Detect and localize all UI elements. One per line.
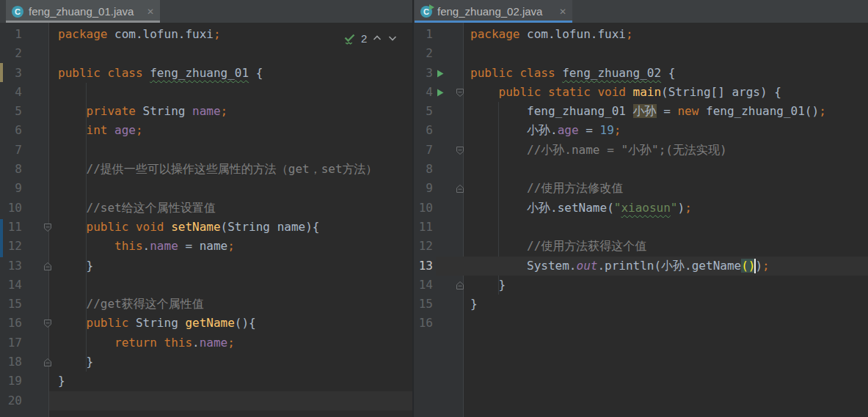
tab-feng-zhuang-02[interactable]: C feng_zhuang_02.java ✕ [415,0,572,23]
line-number[interactable]: 15 [417,295,433,314]
code-line[interactable]: 10 小孙.setName("xiaosun"); [414,199,868,218]
fold-expand-icon[interactable] [456,281,464,290]
code-line[interactable]: 7 //小孙.name = "小孙";(无法实现) [414,141,868,160]
run-gutter-button[interactable] [437,89,444,97]
line-number[interactable]: 13 [417,257,433,276]
code-line[interactable]: 11 public void setName(String name){ [0,218,412,237]
split-divider[interactable] [412,0,414,417]
fold-expand-icon[interactable] [456,184,464,193]
line-number[interactable]: 19 [3,372,22,391]
code-line[interactable]: 2 [0,44,412,63]
line-number[interactable]: 7 [3,141,22,160]
line-number[interactable]: 4 [417,83,433,102]
line-number[interactable]: 18 [3,353,22,372]
code-line[interactable]: 9 //使用方法修改值 [414,179,868,198]
line-number[interactable]: 5 [417,102,433,121]
fold-gutter-button[interactable] [43,223,52,232]
code-line[interactable]: 6 小孙.age = 19; [414,121,868,140]
run-icon[interactable] [437,89,444,97]
code-line[interactable]: 13 } [0,257,412,276]
fold-expand-icon[interactable] [43,262,52,271]
line-number[interactable]: 5 [3,102,22,121]
fold-collapse-icon[interactable] [456,146,464,155]
line-number[interactable]: 12 [3,237,22,256]
code-line[interactable]: 5 feng_zhuang_01 小孙 = new feng_zhuang_01… [414,102,868,121]
code-line[interactable]: 6 int age; [0,121,412,140]
run-gutter-button[interactable] [437,70,444,78]
run-icon[interactable] [437,70,444,78]
chevron-up-icon[interactable] [372,33,382,43]
fold-collapse-icon[interactable] [456,88,464,97]
code-line[interactable]: 12 this.name = name; [0,237,412,256]
editor-pane-right[interactable]: 1package com.lofun.fuxi;23public class f… [414,23,868,417]
close-icon[interactable]: ✕ [559,7,566,16]
code-line[interactable]: 3public class feng_zhuang_01 { [0,64,412,83]
line-number[interactable]: 11 [3,218,22,237]
code-line[interactable]: 19} [0,372,412,391]
code-line[interactable]: 2 [414,44,868,63]
fold-gutter-button[interactable] [456,146,464,155]
code-line[interactable]: 4 public static void main(String[] args)… [414,83,868,102]
line-number[interactable]: 9 [3,179,22,198]
line-number[interactable]: 1 [3,25,22,44]
code-line[interactable]: 7 [0,141,412,160]
code-line[interactable]: 12 //使用方法获得这个值 [414,237,868,256]
line-number[interactable]: 20 [3,391,22,410]
line-number[interactable]: 6 [3,121,22,140]
line-number[interactable]: 11 [417,218,433,237]
fold-collapse-icon[interactable] [43,223,52,232]
fold-expand-icon[interactable] [43,358,52,367]
line-number[interactable]: 1 [417,25,433,44]
code-line[interactable]: 11 [414,218,868,237]
fold-gutter-button[interactable] [43,262,52,271]
editor-pane-left[interactable]: 1package com.lofun.fuxi;23public class f… [0,23,412,417]
inspection-widget[interactable]: 2 [343,31,398,45]
fold-gutter-button[interactable] [43,319,52,328]
line-number[interactable]: 3 [417,64,433,83]
line-number[interactable]: 10 [417,199,433,218]
code-line[interactable]: 3public class feng_zhuang_02 { [414,64,868,83]
code-line[interactable]: 5 private String name; [0,102,412,121]
line-number[interactable]: 16 [3,314,22,333]
code-line[interactable]: 1package com.lofun.fuxi; [414,25,868,44]
line-number[interactable]: 12 [417,237,433,256]
code-line[interactable]: 15 //get获得这个属性值 [0,295,412,314]
line-number[interactable]: 6 [417,121,433,140]
code-line[interactable]: 16 [414,314,868,333]
line-number[interactable]: 3 [3,64,22,83]
code-line[interactable]: 20 [0,391,412,410]
fold-gutter-button[interactable] [456,281,464,290]
line-number[interactable]: 15 [3,295,22,314]
code-line[interactable]: 14 } [414,276,868,295]
line-number[interactable]: 17 [3,333,22,353]
code-line[interactable]: 16 public String getName(){ [0,314,412,333]
code-line[interactable]: 18 } [0,353,412,372]
line-number[interactable]: 4 [3,83,22,102]
line-number[interactable]: 7 [417,141,433,160]
close-icon[interactable]: ✕ [147,7,154,16]
line-number[interactable]: 14 [3,276,22,295]
code-line[interactable]: 15} [414,295,868,314]
code-line[interactable]: 14 [0,276,412,295]
code-line[interactable]: 8 [414,160,868,179]
tab-feng-zhuang-01[interactable]: C feng_zhuang_01.java ✕ [6,0,160,23]
code-line[interactable]: 13 System.out.println(小孙.getName()); [414,257,868,276]
line-number[interactable]: 10 [3,199,22,218]
fold-gutter-button[interactable] [43,358,52,367]
line-number[interactable]: 2 [3,44,22,63]
fold-gutter-button[interactable] [456,184,464,193]
code-line[interactable]: 17 return this.name; [0,333,412,353]
line-number[interactable]: 2 [417,44,433,63]
fold-gutter-button[interactable] [456,88,464,97]
code-line[interactable]: 9 [0,179,412,198]
line-number[interactable]: 14 [417,276,433,295]
fold-collapse-icon[interactable] [43,319,52,328]
line-number[interactable]: 13 [3,257,22,276]
code-line[interactable]: 10 //set给这个属性设置值 [0,199,412,218]
code-line[interactable]: 8 //提供一些可以操作这些属性的方法（get，set方法） [0,160,412,179]
line-number[interactable]: 8 [3,160,22,179]
line-number[interactable]: 8 [417,160,433,179]
code-line[interactable]: 4 [0,83,412,102]
chevron-down-icon[interactable] [387,33,398,43]
line-number[interactable]: 9 [417,179,433,198]
